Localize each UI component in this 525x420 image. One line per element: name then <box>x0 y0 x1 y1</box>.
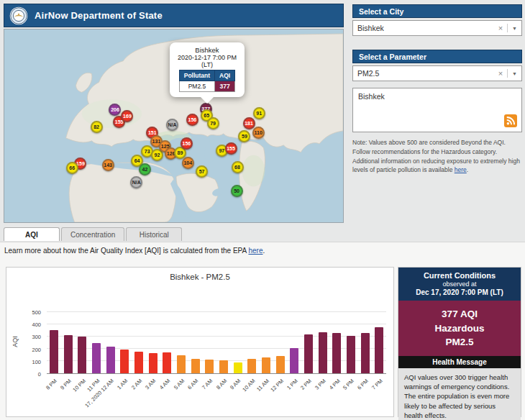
current-conditions-header: Current Conditions observed at Dec 17, 2… <box>398 268 521 301</box>
city-caret-icon[interactable]: ▼ <box>508 26 517 31</box>
select-parameter-header: Select a Parameter <box>352 50 522 63</box>
chart-x-label: 7 AM <box>201 378 214 391</box>
map-marker[interactable]: 91 <box>253 107 265 119</box>
chart-x-label: 3 AM <box>144 378 157 391</box>
map-marker[interactable]: 42 <box>139 163 151 175</box>
tab-concentration[interactable]: Concentration <box>61 227 124 241</box>
parameter-select[interactable]: PM2.5 × ▼ <box>352 65 522 81</box>
chart-x-label: 6 AM <box>186 378 199 391</box>
note-here-link[interactable]: here <box>455 166 467 173</box>
popup-city: Bishkek <box>174 46 240 54</box>
beyond-aqi-note: Note: Values above 500 are considered Be… <box>352 138 522 175</box>
chart-x-label: 9 PM <box>59 378 73 391</box>
chart-bar[interactable] <box>134 352 143 373</box>
map-marker[interactable]: 68 <box>232 161 244 173</box>
map-marker[interactable]: N/A <box>166 119 178 131</box>
chart-x-label: 3 PM <box>314 378 327 391</box>
chart-bar[interactable] <box>163 352 171 373</box>
chart-bar[interactable] <box>64 335 73 373</box>
chart-bar[interactable] <box>106 347 115 373</box>
chart-bar[interactable] <box>304 334 313 373</box>
chart-y-tick: 0 <box>18 371 41 378</box>
chart-x-labels: 8 PM9 PM10 PM11 PM17, 2020 12 AM1 AM2 AM… <box>47 375 386 414</box>
map-marker[interactable]: 156 <box>186 114 198 126</box>
observed-at-label: observed at <box>401 280 518 288</box>
chart-bar[interactable] <box>191 359 200 373</box>
popup-aqi-table: Pollutant AQI PM2.5 377 <box>179 70 235 92</box>
map-marker[interactable]: 110 <box>252 127 265 139</box>
tab-aqi[interactable]: AQI <box>4 227 60 241</box>
chart-x-label: 2 PM <box>300 378 314 391</box>
city-select-value: Bishkek <box>357 24 494 32</box>
chart-bar[interactable] <box>234 362 242 373</box>
map-marker[interactable]: 57 <box>196 165 208 178</box>
tab-historical[interactable]: Historical <box>126 227 182 241</box>
parameter-caret-icon[interactable]: ▼ <box>508 71 517 76</box>
parameter-clear-icon[interactable]: × <box>494 69 508 78</box>
aqi-chart-panel: Bishkek - PM2.5 AQI 0100200300400500 8 P… <box>6 267 394 417</box>
chart-x-label: 8 PM <box>45 378 58 391</box>
popup-col-aqi: AQI <box>215 70 235 81</box>
chart-bar[interactable] <box>177 355 186 374</box>
chart-bar[interactable] <box>247 359 256 373</box>
popup-timezone: (LT) <box>174 61 240 68</box>
chart-x-label: 4 AM <box>158 378 171 391</box>
chart-bar[interactable] <box>92 343 101 374</box>
map-marker[interactable]: 50 <box>231 185 243 197</box>
aqi-map[interactable]: 20682155169N/A1511317392644215966143N/A3… <box>4 29 344 223</box>
health-message-text: AQI values over 300 trigger health warni… <box>398 368 521 420</box>
chart-bar[interactable] <box>219 360 228 373</box>
chart-x-label: 5 AM <box>173 378 186 391</box>
chart-title: Bishkek - PM2.5 <box>6 273 393 281</box>
feed-box: Bishkek <box>352 88 522 132</box>
chart-bar[interactable] <box>319 332 327 373</box>
chart-x-label: 1 AM <box>116 378 129 391</box>
chart-bar[interactable] <box>205 360 214 373</box>
chart-bar[interactable] <box>332 333 341 373</box>
popup-col-pollutant: Pollutant <box>179 70 214 81</box>
map-marker[interactable]: 181 <box>243 117 255 129</box>
feed-city-text: Bishkek <box>353 88 521 104</box>
current-aqi-block: 377 AQI Hazardous PM2.5 <box>398 301 521 356</box>
popup-aqi-value: 377 <box>215 81 235 92</box>
map-popup: Bishkek 2020-12-17 7:00 PM (LT) Pollutan… <box>170 42 245 97</box>
chart-bar[interactable] <box>78 337 86 373</box>
chart-bar[interactable] <box>50 330 58 373</box>
map-marker[interactable]: 156 <box>181 137 193 150</box>
chart-plot <box>47 312 386 374</box>
chart-bar[interactable] <box>290 348 298 373</box>
chart-x-label: 9 AM <box>229 378 242 391</box>
current-aqi-pollutant: PM2.5 <box>401 335 518 350</box>
health-message-header: Health Message <box>398 356 521 368</box>
chart-x-label: 7 PM <box>370 378 384 391</box>
chart-x-label: 2 AM <box>130 378 143 391</box>
map-marker[interactable]: 155 <box>225 142 237 155</box>
chart-y-tick: 500 <box>18 309 41 316</box>
map-marker[interactable]: 66 <box>66 162 78 174</box>
map-marker[interactable]: 79 <box>207 117 219 129</box>
parameter-select-value: PM2.5 <box>357 69 494 78</box>
map-marker[interactable]: 143 <box>102 159 114 171</box>
chart-bar[interactable] <box>347 336 355 373</box>
dos-seal-logo <box>9 6 28 25</box>
city-select[interactable]: Bishkek × ▼ <box>352 20 522 36</box>
current-conditions-panel: Current Conditions observed at Dec 17, 2… <box>398 267 521 417</box>
epa-learn-more-link[interactable]: here <box>248 247 262 255</box>
city-clear-icon[interactable]: × <box>494 24 508 32</box>
chart-bar[interactable] <box>262 357 270 373</box>
chart-bar[interactable] <box>375 327 383 373</box>
map-marker[interactable]: 104 <box>182 157 194 169</box>
note-suffix: . <box>467 166 468 173</box>
rss-icon[interactable] <box>504 114 517 127</box>
chart-y-tick: 400 <box>18 321 41 328</box>
chart-y-tick: 100 <box>18 358 41 365</box>
chart-x-label: 6 PM <box>356 378 370 391</box>
chart-bar[interactable] <box>120 350 129 373</box>
map-marker[interactable]: 82 <box>91 121 103 133</box>
current-conditions-title: Current Conditions <box>401 271 518 280</box>
chart-bar[interactable] <box>276 356 285 373</box>
chart-bar[interactable] <box>149 353 158 373</box>
learn-more-text: Learn more about how the Air Quality Ind… <box>4 247 265 255</box>
learn-more-suffix: . <box>262 247 265 255</box>
chart-bar[interactable] <box>361 333 370 373</box>
